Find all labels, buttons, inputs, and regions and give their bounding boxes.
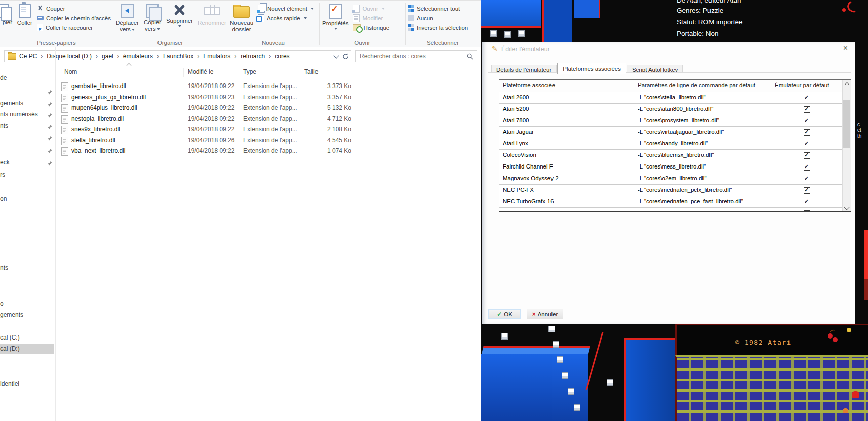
sidebar-item[interactable]: identiel: [0, 379, 54, 389]
address-bar: Ce PCDisque local (D:)gaelémulateursLaun…: [0, 47, 481, 65]
ouvrir-button[interactable]: Ouvrir: [351, 4, 391, 13]
breadcrumb-item[interactable]: cores: [275, 53, 289, 60]
default-emulator-checkbox[interactable]: [804, 199, 810, 205]
default-emulator-checkbox[interactable]: [804, 176, 810, 182]
copier-vers-button[interactable]: Copier vers: [141, 1, 164, 32]
breadcrumb-item[interactable]: LaunchBox: [163, 53, 203, 60]
sidebar-item[interactable]: nts: [0, 263, 54, 273]
default-emulator-checkbox[interactable]: [804, 106, 810, 113]
renommer-button[interactable]: Renommer: [195, 1, 229, 26]
platform-row[interactable]: NEC PC-FX -L "cores\mednafen_pcfx_libret…: [499, 185, 851, 196]
ok-button[interactable]: ✓ OK: [488, 309, 521, 319]
game-art-wall: [624, 338, 676, 421]
platform-row[interactable]: Atari 5200 -L "cores\atari800_libretro.d…: [499, 104, 851, 115]
sidebar-item[interactable]: nts: [0, 121, 54, 131]
file-row[interactable]: nestopia_libretro.dll 19/04/2018 09:22 E…: [59, 114, 371, 125]
game-pellet: [553, 341, 559, 348]
annuler-button[interactable]: × Annuler: [527, 309, 563, 319]
nouveau-dossier-button[interactable]: Nouveau dossier: [227, 1, 256, 33]
paste-clipboard-icon: [19, 4, 31, 18]
sidebar-item[interactable]: on: [0, 194, 54, 204]
deplacer-vers-button[interactable]: Déplacer vers: [113, 1, 141, 33]
selectionner-tout-button[interactable]: Sélectionner tout: [406, 4, 470, 13]
scroll-down-icon[interactable]: [843, 203, 851, 211]
modifier-button[interactable]: Modifier: [351, 13, 391, 23]
sidebar-item-local-disk-d[interactable]: cal (D:): [0, 344, 54, 354]
file-row[interactable]: stella_libretro.dll 19/04/2018 09:26 Ext…: [59, 135, 371, 146]
header-plateforme-associee[interactable]: Plateforme associée: [499, 80, 634, 92]
platform-row[interactable]: Atari 2600 -L "cores\stella_libretro.dll…: [499, 92, 851, 104]
platform-row[interactable]: ColecoVision -L "cores\bluemsx_libretro.…: [499, 150, 851, 161]
platform-row-partial[interactable]: Nintendo 64 -L "cores\mupen64plus_libret…: [499, 208, 851, 211]
default-emulator-checkbox[interactable]: [804, 95, 810, 101]
refresh-icon[interactable]: [342, 53, 349, 60]
scrollbar-thumb[interactable]: [843, 100, 850, 148]
platform-row[interactable]: Atari Lynx -L "cores\handy_libretro.dll": [499, 138, 851, 150]
copier-button[interactable]: pier: [0, 1, 15, 26]
column-header-nom[interactable]: Nom: [64, 68, 184, 77]
inverser-selection-button[interactable]: Inverser la sélection: [406, 23, 470, 32]
platform-row[interactable]: Fairchild Channel F -L "cores\mess_libre…: [499, 161, 851, 173]
sidebar-item-local-disk-c[interactable]: cal (C:): [0, 333, 54, 343]
coller-raccourci-button[interactable]: Coller le raccourci: [35, 23, 113, 32]
platform-row[interactable]: Atari 7800 -L "cores\prosystem_libretro.…: [499, 115, 851, 127]
historique-button[interactable]: Historique: [351, 23, 391, 32]
file-row[interactable]: vba_next_libretro.dll 19/04/2018 09:22 E…: [59, 146, 371, 157]
default-emulator-checkbox[interactable]: [804, 129, 810, 136]
default-emulator-cell: [771, 104, 842, 115]
sidebar-item[interactable]: rs: [0, 170, 54, 180]
sidebar-item[interactable]: nts numérisés: [0, 110, 54, 119]
delete-x-icon: [173, 4, 185, 16]
sidebar-item[interactable]: [0, 145, 54, 155]
sidebar-item[interactable]: gements: [0, 310, 54, 320]
default-emulator-checkbox[interactable]: [804, 152, 810, 159]
supprimer-button[interactable]: Supprimer: [164, 1, 195, 28]
scroll-up-icon[interactable]: [843, 80, 851, 88]
file-size: 5 132 Ko: [296, 104, 351, 111]
header-parametres-ligne-commande[interactable]: Paramètres de ligne de commande par défa…: [634, 80, 771, 92]
tab-plateformes-associees[interactable]: Plateformes associées: [557, 63, 626, 74]
file-type: Extension de l'app...: [243, 147, 297, 154]
column-header-type[interactable]: Type: [243, 68, 299, 77]
coller-button[interactable]: Coller: [15, 1, 35, 26]
sidebar-item[interactable]: [0, 133, 54, 142]
sidebar-item[interactable]: [0, 87, 54, 96]
header-emulateur-par-defaut[interactable]: Émulateur par défaut: [771, 80, 842, 92]
sidebar-item[interactable]: eck: [0, 158, 54, 167]
table-scrollbar[interactable]: [842, 80, 851, 211]
aucun-button[interactable]: Aucun: [406, 13, 470, 23]
copier-chemin-button[interactable]: Copier le chemin d'accès: [35, 13, 113, 23]
sidebar-item[interactable]: o: [0, 299, 54, 309]
search-input[interactable]: Rechercher dans : cores: [355, 50, 477, 62]
couper-button[interactable]: Couper: [35, 4, 113, 13]
file-row[interactable]: genesis_plus_gx_libretro.dll 19/04/2018 …: [59, 92, 371, 103]
default-emulator-checkbox[interactable]: [804, 187, 810, 194]
sidebar-item[interactable]: gements: [0, 99, 54, 108]
acces-rapide-button[interactable]: Accès rapide: [256, 13, 316, 23]
breadcrumb-item[interactable]: retroarch: [241, 53, 275, 60]
breadcrumb-item[interactable]: Emulators: [203, 53, 241, 60]
breadcrumb-item[interactable]: émulateurs: [123, 53, 163, 60]
default-emulator-checkbox[interactable]: [804, 210, 810, 212]
default-emulator-checkbox[interactable]: [804, 118, 810, 124]
breadcrumb-box[interactable]: Ce PCDisque local (D:)gaelémulateursLaun…: [4, 50, 351, 62]
file-row[interactable]: gambatte_libretro.dll 19/04/2018 09:22 E…: [59, 81, 371, 92]
sidebar-item[interactable]: de: [0, 73, 54, 83]
proprietes-button[interactable]: Propriétés: [320, 1, 351, 30]
column-header-taille[interactable]: Taille: [304, 68, 354, 77]
file-row[interactable]: mupen64plus_libretro.dll 19/04/2018 09:2…: [59, 103, 371, 114]
platform-row[interactable]: Atari Jaguar -L "cores\virtualjaguar_lib…: [499, 127, 851, 138]
breadcrumb-item[interactable]: Ce PC: [19, 53, 47, 60]
platform-row[interactable]: NEC TurboGrafx-16 -L "cores\mednafen_pce…: [499, 196, 851, 208]
nouvel-element-button[interactable]: Nouvel élément: [256, 4, 316, 13]
breadcrumb-item[interactable]: gael: [102, 53, 123, 60]
game-pellet: [557, 356, 563, 363]
search-icon[interactable]: [467, 53, 474, 61]
file-row[interactable]: snes9x_libretro.dll 19/04/2018 09:22 Ext…: [59, 124, 371, 135]
column-header-modifie[interactable]: Modifié le: [188, 68, 239, 77]
platform-row[interactable]: Magnavox Odyssey 2 -L "cores\o2em_libret…: [499, 173, 851, 185]
default-emulator-checkbox[interactable]: [804, 164, 810, 171]
close-icon[interactable]: ×: [843, 44, 848, 52]
default-emulator-checkbox[interactable]: [804, 141, 810, 147]
address-dropdown-icon[interactable]: [333, 53, 339, 58]
